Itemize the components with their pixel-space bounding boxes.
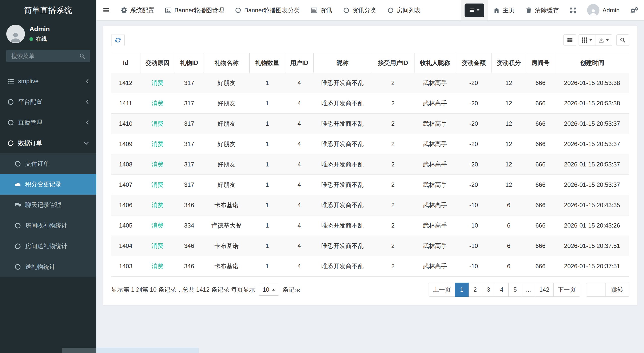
sidebar-toggle-button[interactable]	[96, 0, 116, 20]
nav-item-news-category[interactable]: 资讯分类	[338, 0, 382, 20]
circle-icon	[15, 161, 25, 167]
table-cell: 好朋友	[204, 114, 249, 134]
columns-button[interactable]	[579, 34, 595, 46]
pagination-page[interactable]: 4	[495, 283, 509, 297]
table-cell: 消费	[140, 256, 175, 277]
sidebar-item-room-sent-gifts[interactable]: 房间送礼物统计	[0, 236, 96, 256]
circle-icon	[8, 99, 18, 105]
sidebar-item-points-change-log[interactable]: 积分变更记录	[0, 174, 96, 195]
column-header: 变动积分	[491, 53, 526, 73]
search-icon	[620, 37, 625, 43]
table-cell: 武林高手	[414, 114, 456, 134]
table-footer: 显示第 1 到第 10 条记录，总共 1412 条记录 每页显示 10 条记录 …	[111, 283, 629, 297]
menu-item-label: 房间送礼物统计	[25, 242, 67, 250]
table-cell: 4	[285, 114, 313, 134]
nav-item-news[interactable]: 资讯	[306, 0, 338, 20]
pagination-page[interactable]: 3	[482, 283, 495, 297]
refresh-button[interactable]	[111, 34, 125, 46]
table-cell: 卡布基诺	[204, 236, 249, 256]
fullscreen-button[interactable]	[564, 0, 582, 20]
sidebar-item-data-orders[interactable]: 数据订单	[0, 133, 96, 153]
sidebar-menu: smplive 平台配置 直播管理 数据订单	[0, 66, 96, 153]
table-cell: 1	[249, 175, 285, 195]
table-cell: 唯恐开发商不乱	[313, 73, 372, 93]
table-cell: 唯恐开发商不乱	[313, 154, 372, 175]
pagination-page[interactable]: 142	[535, 283, 554, 297]
sidebar-item-platform-config[interactable]: 平台配置	[0, 92, 96, 112]
export-button[interactable]	[595, 34, 612, 46]
sidebar-item-chat-log[interactable]: 聊天记录管理	[0, 195, 96, 215]
table-cell: 317	[175, 134, 204, 154]
table-cell: -20	[456, 73, 491, 93]
table-cell: 2	[372, 134, 414, 154]
top-navbar: 系统配置 Banner轮播图管理 Banner轮播图表分类 资讯 资讯分类 房间…	[96, 0, 644, 21]
link-preview-fade	[62, 348, 96, 353]
table-cell: 1403	[111, 256, 140, 277]
toggle-view-button[interactable]	[563, 34, 576, 46]
pagination-page[interactable]: 5	[508, 283, 522, 297]
nav-item-system-config[interactable]: 系统配置	[116, 0, 160, 20]
gear-icon	[121, 7, 127, 13]
nav-item-room-list[interactable]: 房间列表	[382, 0, 426, 20]
table-cell: 1	[249, 93, 285, 114]
page-jump-button[interactable]: 跳转	[606, 283, 629, 297]
nav-item-label: 资讯	[320, 6, 332, 14]
avatar	[587, 4, 599, 16]
cloud-icon	[15, 181, 25, 188]
table-search-button[interactable]	[616, 34, 629, 46]
menu-search-button[interactable]	[74, 50, 90, 62]
table-cell: 1	[249, 256, 285, 277]
nav-item-banner-management[interactable]: Banner轮播图管理	[160, 0, 230, 20]
table-cell: 唯恐开发商不乱	[313, 175, 372, 195]
page-size-select[interactable]: 10	[259, 284, 279, 296]
table-cell: 666	[526, 236, 555, 256]
table-cell: 好朋友	[204, 134, 249, 154]
list-view-icon	[567, 37, 573, 43]
pagination-prev[interactable]: 上一页	[429, 283, 455, 297]
page-jump-group: 跳转	[586, 283, 629, 297]
table-cell: 卡布基诺	[204, 195, 249, 215]
nav-item-label: Banner轮播图管理	[174, 6, 224, 14]
table-cell: 6	[491, 236, 526, 256]
topnav-right: 主页 清除缓存 Admin	[461, 0, 644, 20]
table-cell: 好朋友	[204, 154, 249, 175]
table-cell: 666	[526, 215, 555, 236]
table-row: 1404消费346卡布基诺14唯恐开发商不乱2武林高手-1066662026-0…	[111, 236, 629, 256]
table-cell: 2	[372, 93, 414, 114]
page-jump-input[interactable]	[586, 283, 606, 297]
sidebar-item-gift-stats[interactable]: 送礼物统计	[0, 256, 96, 277]
column-header: 礼物名称	[204, 53, 249, 73]
sidebar-item-payment-orders[interactable]: 支付订单	[0, 153, 96, 174]
user-menu[interactable]: Admin	[582, 0, 625, 20]
nav-item-banner-category[interactable]: Banner轮播图表分类	[230, 0, 305, 20]
menu-dropdown-button[interactable]	[465, 4, 484, 17]
pagination-next[interactable]: 下一页	[553, 283, 580, 297]
nav-item-home[interactable]: 主页	[488, 0, 520, 20]
menu-item-label: 积分变更记录	[25, 180, 61, 188]
menu-search-input[interactable]	[6, 50, 74, 62]
settings-button[interactable]	[625, 0, 644, 20]
table-cell: 好朋友	[204, 93, 249, 114]
circle-icon	[343, 7, 349, 13]
table-cell: 消费	[140, 175, 175, 195]
table-header-row: Id 变动原因 礼物ID 礼物名称 礼物数量 用户ID 昵称 接受用户ID 收礼…	[111, 53, 629, 73]
pagination-page[interactable]: 2	[468, 283, 482, 297]
sidebar-item-smplive[interactable]: smplive	[0, 71, 96, 92]
cogs-icon	[631, 7, 638, 13]
table-cell: 4	[285, 236, 313, 256]
sidebar-item-live-management[interactable]: 直播管理	[0, 112, 96, 133]
news-icon	[311, 7, 317, 13]
pagination-page[interactable]: 1	[455, 283, 469, 297]
sidebar-item-room-received-gifts[interactable]: 房间收礼物统计	[0, 215, 96, 236]
table-cell: 唯恐开发商不乱	[313, 215, 372, 236]
circle-icon	[8, 140, 18, 146]
user-status: 在线	[29, 35, 50, 43]
table-cell: 317	[175, 93, 204, 114]
nav-item-clear-cache[interactable]: 清除缓存	[520, 0, 564, 20]
column-header: 收礼人昵称	[414, 53, 456, 73]
circle-icon	[15, 243, 25, 249]
export-icon	[598, 37, 604, 43]
table-cell: 317	[175, 154, 204, 175]
table-cell: 武林高手	[414, 175, 456, 195]
caret-down-icon	[589, 39, 592, 41]
